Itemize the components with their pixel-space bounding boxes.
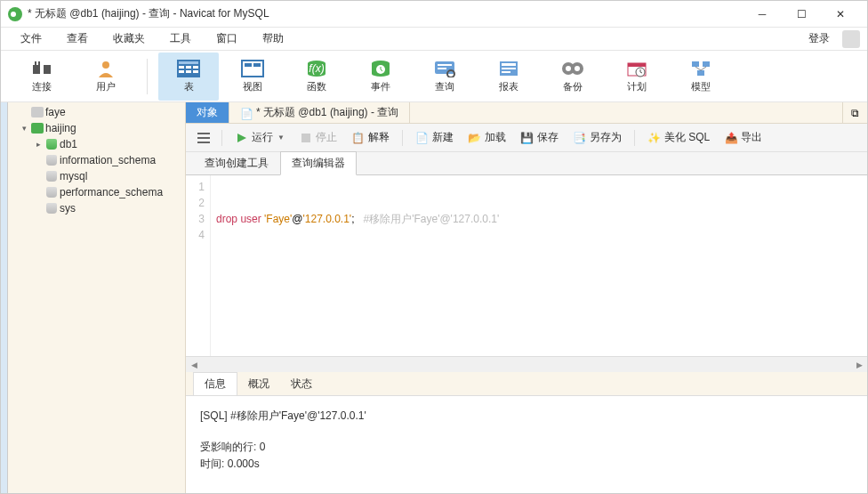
- avatar[interactable]: [842, 30, 860, 48]
- load-button[interactable]: 📂加载: [462, 128, 511, 147]
- tree-item-information_schema[interactable]: information_schema: [8, 152, 185, 168]
- code-line-2[interactable]: [216, 195, 862, 211]
- tree-item-db1[interactable]: ▸db1: [8, 136, 185, 152]
- db-icon: [44, 187, 60, 198]
- menu-4[interactable]: 窗口: [204, 28, 250, 50]
- svg-rect-0: [33, 65, 40, 74]
- chevron-icon: ▸: [33, 140, 44, 149]
- db-icon: [29, 123, 45, 134]
- left-dock-gutter: [1, 102, 8, 493]
- window-title: * 无标题 @db1 (haijing) - 查询 - Navicat for …: [28, 6, 743, 21]
- run-button[interactable]: 运行▼: [229, 128, 290, 147]
- toolbar-model[interactable]: 模型: [671, 53, 731, 101]
- code-line-1[interactable]: [216, 179, 862, 195]
- menu-0[interactable]: 文件: [8, 28, 54, 50]
- table-icon: [177, 59, 200, 78]
- toolbar-schedule[interactable]: 计划: [607, 53, 667, 101]
- horizontal-scrollbar[interactable]: ◀▶: [186, 356, 867, 372]
- doc-tab-1[interactable]: 📄* 无标题 @db1 (haijing) - 查询: [229, 102, 410, 123]
- toolbar-report[interactable]: 报表: [478, 53, 539, 101]
- result-tab-1[interactable]: 概况: [237, 373, 280, 395]
- db-icon: [29, 107, 45, 117]
- saveas-icon: 📑: [573, 131, 587, 145]
- stop-button: 停止: [293, 128, 342, 147]
- tree-item-mysql[interactable]: mysql: [8, 168, 185, 184]
- toolbar-event[interactable]: 事件: [350, 53, 411, 101]
- menu-icon[interactable]: [193, 127, 214, 149]
- explain-icon: 📋: [351, 131, 366, 145]
- login-button[interactable]: 登录: [801, 28, 837, 50]
- toolbar-user[interactable]: 用户: [76, 53, 136, 101]
- toolbar-plug[interactable]: 连接: [12, 53, 72, 101]
- beautify-button[interactable]: ✨美化 SQL: [642, 128, 715, 147]
- maximize-button[interactable]: ☐: [782, 1, 821, 28]
- tree-item-sys[interactable]: sys: [8, 200, 185, 216]
- tree-item-haijing[interactable]: ▾haijing: [8, 120, 185, 136]
- svg-rect-8: [186, 66, 191, 69]
- sub-tab-0[interactable]: 查询创建工具: [193, 151, 280, 175]
- svg-point-36: [575, 66, 580, 71]
- svg-rect-9: [193, 66, 198, 69]
- menu-1[interactable]: 查看: [54, 28, 100, 50]
- code-line-3[interactable]: drop user 'Faye'@'127.0.0.1'; #移除用户'Faye…: [216, 211, 862, 227]
- chevron-icon: ▾: [19, 124, 29, 133]
- export-button[interactable]: 📤导出: [719, 128, 768, 147]
- menu-3[interactable]: 工具: [157, 28, 204, 50]
- menu-2[interactable]: 收藏夹: [100, 28, 157, 50]
- db-icon: [44, 155, 60, 166]
- toolbar-view[interactable]: 视图: [222, 53, 283, 101]
- query-action-bar: 运行▼ 停止 📋解释 📄新建 📂加载 💾保存 📑另存为 ✨美化 SQL 📤导出: [186, 124, 867, 152]
- toolbar-fx[interactable]: f(x)函数: [286, 53, 347, 101]
- minimize-button[interactable]: ─: [743, 1, 782, 28]
- document-tabs: 对象📄* 无标题 @db1 (haijing) - 查询⧉: [186, 102, 867, 124]
- code-line-4[interactable]: [216, 227, 862, 243]
- toolbar-backup[interactable]: 备份: [542, 53, 603, 101]
- result-line: 时间: 0.000s: [200, 457, 853, 472]
- title-bar: * 无标题 @db1 (haijing) - 查询 - Navicat for …: [1, 1, 867, 28]
- event-icon: [369, 59, 392, 78]
- tree-item-faye[interactable]: faye: [8, 104, 185, 120]
- toolbar-table[interactable]: 表: [158, 53, 219, 101]
- sql-editor[interactable]: 1234 drop user 'Faye'@'127.0.0.1'; #移除用户…: [186, 175, 867, 356]
- db-icon: [44, 203, 60, 214]
- schedule-icon: [625, 59, 648, 78]
- svg-rect-1: [35, 61, 36, 66]
- svg-rect-32: [502, 71, 510, 73]
- svg-point-4: [102, 61, 109, 69]
- db-icon: [44, 139, 60, 150]
- svg-rect-2: [38, 61, 40, 66]
- result-tabs: 信息概况状态: [186, 372, 867, 395]
- tab-overflow-icon[interactable]: ⧉: [842, 102, 867, 123]
- code-area[interactable]: drop user 'Faye'@'127.0.0.1'; #移除用户'Faye…: [211, 175, 867, 356]
- saveas-button[interactable]: 📑另存为: [567, 128, 627, 147]
- wand-icon: ✨: [647, 131, 662, 145]
- svg-rect-43: [301, 134, 310, 142]
- save-icon: 💾: [520, 131, 534, 145]
- menu-5[interactable]: 帮助: [250, 28, 296, 50]
- connection-tree: faye▾haijing▸db1information_schemamysqlp…: [8, 102, 186, 493]
- report-icon: [497, 59, 520, 78]
- svg-rect-42: [697, 70, 704, 76]
- result-tab-2[interactable]: 状态: [280, 373, 323, 395]
- db-icon: [44, 171, 60, 182]
- toolbar-query[interactable]: 查询: [414, 53, 475, 101]
- explain-button[interactable]: 📋解释: [346, 128, 395, 147]
- query-icon: [433, 59, 456, 78]
- export-icon: 📤: [724, 131, 738, 145]
- menu-bar: 文件查看收藏夹工具窗口帮助 登录: [1, 28, 867, 51]
- doc-tab-0[interactable]: 对象: [186, 102, 229, 123]
- result-tab-0[interactable]: 信息: [193, 372, 237, 395]
- svg-rect-10: [179, 70, 184, 73]
- svg-rect-16: [253, 63, 261, 67]
- tree-item-performance_schema[interactable]: performance_schema: [8, 184, 185, 200]
- new-button[interactable]: 📄新建: [410, 128, 459, 147]
- svg-point-34: [566, 66, 571, 71]
- play-icon: [235, 131, 249, 145]
- save-button[interactable]: 💾保存: [515, 128, 564, 147]
- close-button[interactable]: ✕: [821, 1, 860, 28]
- svg-rect-31: [502, 68, 516, 69]
- svg-rect-11: [186, 70, 191, 73]
- sub-tab-1[interactable]: 查询编辑器: [280, 151, 357, 175]
- line-gutter: 1234: [186, 175, 211, 356]
- new-icon: 📄: [415, 131, 430, 145]
